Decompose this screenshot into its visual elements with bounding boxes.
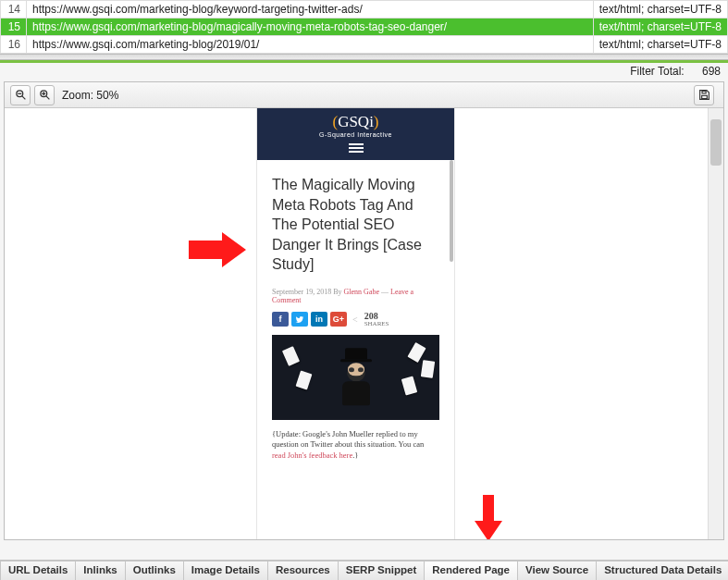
preview-vertical-scrollbar[interactable]	[708, 108, 723, 539]
preview-body: (GSQi) G-Squared Interactive The Magical…	[5, 108, 723, 539]
pane-splitter[interactable]	[0, 54, 728, 60]
share-count: 208 SHARES	[364, 312, 389, 327]
preview-toolbar: Zoom: 50%	[5, 82, 723, 108]
svg-rect-8	[702, 91, 706, 93]
article-author[interactable]: Glenn Gabe	[344, 288, 379, 296]
article-title: The Magically Moving Meta Robots Tag And…	[272, 175, 439, 275]
svg-line-4	[46, 96, 49, 99]
tab-resources[interactable]: Resources	[267, 561, 339, 580]
article-date: September 19, 2018	[272, 288, 331, 296]
rendered-preview-pane: Zoom: 50% (GSQi) G-Squared Interactive	[4, 81, 724, 540]
row-content-type: text/html; charset=UTF-8	[593, 19, 727, 36]
zoom-out-icon	[15, 89, 27, 101]
site-header: (GSQi) G-Squared Interactive	[257, 108, 454, 160]
site-logo: (GSQi)	[257, 114, 454, 130]
row-number: 15	[1, 19, 27, 36]
article-meta: September 19, 2018 By Glenn Gabe — Leave…	[272, 288, 439, 304]
social-share-row: f in G+ < 208 SHARES	[272, 312, 439, 327]
rendered-page-scrollbar[interactable]	[450, 160, 454, 539]
filter-total-row: Filter Total: 698	[0, 63, 728, 81]
svg-marker-10	[475, 495, 502, 539]
svg-line-1	[22, 96, 25, 99]
article-hero-image	[272, 335, 439, 420]
annotation-arrow-down	[475, 495, 502, 539]
zoom-out-button[interactable]	[10, 85, 31, 105]
filter-total-label: Filter Total:	[630, 65, 684, 78]
row-number: 16	[1, 36, 27, 54]
rendered-page-viewport[interactable]: (GSQi) G-Squared Interactive The Magical…	[257, 108, 454, 539]
meta-dash: —	[381, 288, 389, 296]
row-url[interactable]: https://www.gsqi.com/marketing-blog/magi…	[26, 19, 593, 36]
update-text-pre: {Update: Google's John Mueller replied t…	[272, 429, 424, 449]
article-body: The Magically Moving Meta Robots Tag And…	[257, 160, 454, 539]
row-url[interactable]: https://www.gsqi.com/marketing-blog/2019…	[26, 36, 593, 54]
url-row[interactable]: 15https://www.gsqi.com/marketing-blog/ma…	[1, 19, 728, 36]
save-icon	[698, 89, 710, 101]
detail-tabs: URL Details Inlinks Outlinks Image Detai…	[0, 560, 728, 580]
update-text-post: .}	[352, 450, 358, 460]
share-arrow-icon: <	[352, 315, 358, 325]
twitter-share-button[interactable]	[291, 312, 308, 327]
url-row[interactable]: 16https://www.gsqi.com/marketing-blog/20…	[1, 36, 728, 54]
zoom-level-label: Zoom: 50%	[62, 89, 118, 102]
facebook-share-button[interactable]: f	[272, 312, 289, 327]
twitter-icon	[295, 315, 304, 324]
linkedin-share-button[interactable]: in	[311, 312, 327, 327]
tab-outlinks[interactable]: Outlinks	[125, 561, 184, 580]
article-update-note: {Update: Google's John Mueller replied t…	[272, 429, 439, 461]
tab-serp-snippet[interactable]: SERP Snippet	[338, 561, 425, 580]
url-list-table[interactable]: 14https://www.gsqi.com/marketing-blog/ke…	[0, 0, 728, 54]
row-url[interactable]: https://www.gsqi.com/marketing-blog/keyw…	[26, 1, 593, 19]
googleplus-share-button[interactable]: G+	[330, 312, 347, 327]
tab-url-details[interactable]: URL Details	[0, 561, 76, 580]
save-screenshot-button[interactable]	[694, 85, 714, 105]
row-content-type: text/html; charset=UTF-8	[593, 36, 727, 54]
brand-subtitle: G-Squared Interactive	[257, 131, 454, 138]
row-content-type: text/html; charset=UTF-8	[593, 1, 727, 19]
url-row[interactable]: 14https://www.gsqi.com/marketing-blog/ke…	[1, 1, 728, 19]
update-feedback-link[interactable]: read John's feedback here	[272, 450, 352, 460]
svg-rect-7	[701, 95, 707, 98]
zoom-in-button[interactable]	[34, 85, 55, 105]
brand-text: GSQi	[338, 113, 374, 130]
tab-image-details[interactable]: Image Details	[183, 561, 268, 580]
tab-structured-data-details[interactable]: Structured Data Details	[596, 561, 728, 580]
filter-total-count: 698	[693, 65, 721, 78]
svg-marker-9	[189, 232, 246, 267]
tab-rendered-page[interactable]: Rendered Page	[424, 561, 518, 580]
row-number: 14	[1, 1, 27, 19]
hamburger-icon[interactable]	[257, 143, 454, 153]
tab-view-source[interactable]: View Source	[517, 561, 597, 580]
zoom-in-icon	[39, 89, 51, 101]
byline-prefix: By	[333, 288, 341, 296]
tab-inlinks[interactable]: Inlinks	[75, 561, 125, 580]
annotation-arrow-right	[189, 232, 246, 267]
